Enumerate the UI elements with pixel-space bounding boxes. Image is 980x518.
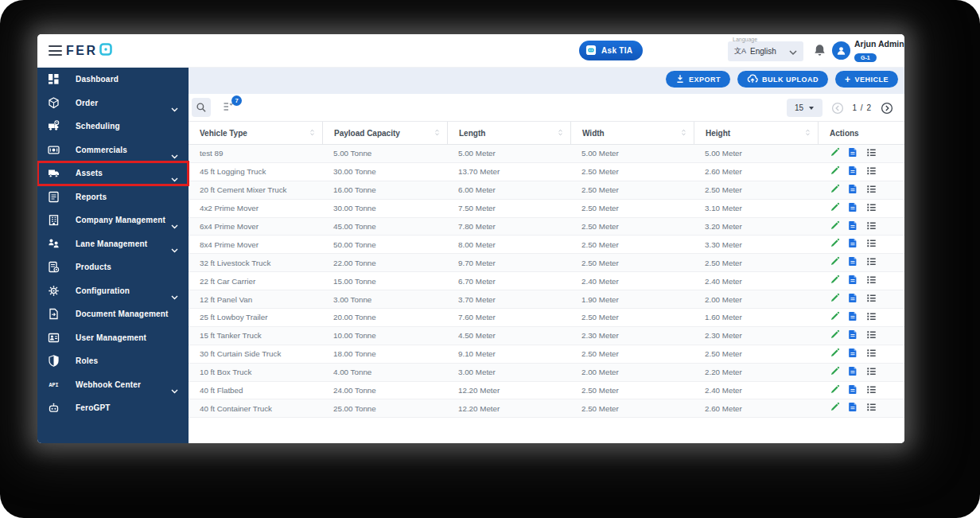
pencil-icon — [830, 238, 840, 251]
sidebar-item-reports[interactable]: Reports — [37, 185, 189, 209]
sidebar-item-ferogpt[interactable]: FeroGPT — [37, 396, 189, 420]
edit-button[interactable] — [829, 257, 840, 268]
order-icon — [48, 97, 60, 109]
sidebar-item-dashboard[interactable]: Dashboard — [37, 68, 189, 92]
column-header-payload-capacity[interactable]: Payload Capacity — [322, 122, 447, 144]
details-button[interactable] — [865, 275, 877, 286]
cell-length: 9.10 Meter — [447, 349, 570, 358]
sidebar-item-document-management[interactable]: Document Management — [37, 302, 189, 326]
document-button[interactable] — [847, 221, 858, 232]
language-selector[interactable]: Language 文A English — [728, 41, 803, 61]
bulk-upload-label: BULK UPLOAD — [762, 76, 819, 84]
details-button[interactable] — [865, 203, 877, 214]
document-button[interactable] — [847, 239, 858, 250]
document-button[interactable] — [847, 330, 858, 341]
document-button[interactable] — [847, 148, 858, 159]
sidebar-item-assets[interactable]: Assets — [37, 162, 189, 185]
file-icon — [848, 166, 858, 178]
edit-button[interactable] — [829, 148, 840, 159]
document-button[interactable] — [847, 294, 858, 305]
details-button[interactable] — [865, 185, 877, 196]
document-button[interactable] — [847, 312, 858, 323]
ask-tia-button[interactable]: Ask TIA — [579, 41, 643, 60]
fero-logo: FER — [66, 43, 112, 59]
filter-button[interactable]: 7 — [222, 100, 235, 114]
edit-button[interactable] — [829, 166, 840, 177]
sidebar-item-products[interactable]: Products — [37, 255, 189, 279]
column-header-width[interactable]: Width — [570, 122, 694, 144]
sidebar-item-roles[interactable]: Roles — [37, 349, 189, 373]
screenshot-frame: FER Ask TIA Language 文A English Arjun Ad… — [0, 0, 980, 518]
sidebar-item-order[interactable]: Order — [37, 92, 189, 115]
cell-height: 2.20 Meter — [694, 368, 818, 376]
details-button[interactable] — [865, 148, 877, 159]
document-button[interactable] — [847, 349, 858, 360]
cell-payload: 24.00 Tonne — [322, 386, 447, 395]
details-button[interactable] — [865, 367, 877, 378]
table-row: test 895.00 Tonne5.00 Meter5.00 Meter5.0… — [189, 145, 904, 163]
sidebar-item-user-management[interactable]: User Management — [37, 326, 189, 350]
details-button[interactable] — [865, 403, 877, 414]
edit-button[interactable] — [829, 294, 840, 305]
user-info[interactable]: Arjun Admin G-1 — [854, 39, 904, 63]
notification-bell-icon[interactable] — [813, 44, 826, 58]
document-button[interactable] — [847, 203, 858, 214]
document-button[interactable] — [847, 257, 858, 268]
sidebar-item-company-management[interactable]: Company Management — [37, 208, 189, 232]
column-header-height[interactable]: Height — [694, 122, 818, 144]
edit-button[interactable] — [829, 203, 840, 214]
edit-button[interactable] — [829, 349, 840, 360]
edit-button[interactable] — [829, 239, 840, 250]
document-button[interactable] — [847, 185, 858, 196]
edit-button[interactable] — [829, 330, 840, 341]
details-button[interactable] — [865, 385, 877, 396]
document-button[interactable] — [847, 385, 858, 396]
column-header-length[interactable]: Length — [447, 122, 570, 144]
details-button[interactable] — [865, 294, 877, 305]
table-body: test 895.00 Tonne5.00 Meter5.00 Meter5.0… — [189, 145, 904, 418]
details-button[interactable] — [865, 330, 877, 341]
user-management-icon — [48, 332, 60, 344]
user-avatar[interactable] — [832, 41, 850, 60]
bulk-upload-button[interactable]: BULK UPLOAD — [737, 71, 828, 88]
document-button[interactable] — [847, 166, 858, 177]
export-button[interactable]: EXPORT — [666, 71, 730, 88]
sidebar-item-commercials[interactable]: Commercials — [37, 138, 189, 162]
sort-icon[interactable] — [557, 127, 564, 139]
edit-button[interactable] — [829, 275, 840, 286]
details-button[interactable] — [865, 166, 877, 177]
previous-page-button[interactable] — [831, 102, 844, 115]
column-header-label: Width — [582, 129, 605, 138]
list-icon — [866, 402, 877, 415]
sidebar-item-scheduling[interactable]: Scheduling — [37, 115, 189, 138]
sort-icon[interactable] — [434, 127, 441, 139]
edit-button[interactable] — [829, 367, 840, 378]
sidebar-item-lane-management[interactable]: Lane Management — [37, 232, 189, 256]
document-button[interactable] — [847, 275, 858, 286]
sort-icon[interactable] — [804, 127, 811, 139]
details-button[interactable] — [865, 257, 877, 268]
document-button[interactable] — [847, 403, 858, 414]
sort-icon[interactable] — [680, 127, 687, 139]
search-button[interactable] — [192, 98, 211, 117]
details-button[interactable] — [865, 221, 877, 232]
details-button[interactable] — [865, 349, 877, 360]
sort-icon[interactable] — [309, 127, 316, 139]
details-button[interactable] — [865, 312, 877, 323]
cell-width: 2.50 Meter — [570, 386, 694, 395]
edit-button[interactable] — [829, 185, 840, 196]
edit-button[interactable] — [829, 385, 840, 396]
add-vehicle-button[interactable]: + VEHICLE — [835, 71, 898, 88]
sidebar-item-webhook-center[interactable]: APIWebhook Center — [37, 373, 189, 397]
hamburger-menu-icon[interactable] — [49, 45, 62, 56]
edit-button[interactable] — [829, 221, 840, 232]
next-page-button[interactable] — [881, 102, 893, 115]
edit-button[interactable] — [829, 312, 840, 323]
cell-width: 2.50 Meter — [570, 167, 694, 176]
details-button[interactable] — [865, 239, 877, 250]
edit-button[interactable] — [829, 403, 840, 414]
document-button[interactable] — [847, 367, 858, 378]
column-header-vehicle-type[interactable]: Vehicle Type — [189, 122, 322, 144]
page-size-select[interactable]: 15 — [787, 99, 822, 117]
sidebar-item-configuration[interactable]: Configuration — [37, 279, 189, 303]
